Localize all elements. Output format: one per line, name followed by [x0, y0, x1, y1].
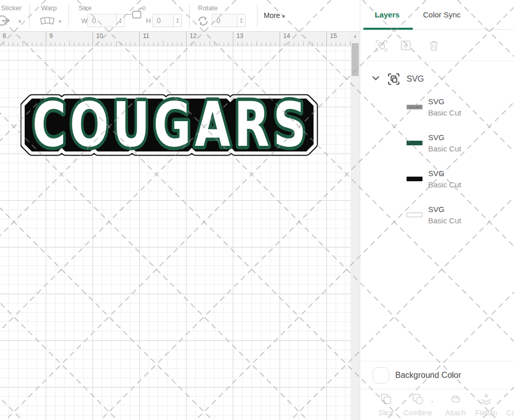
warp-label: Warp — [41, 4, 57, 12]
stepper-down-icon: ▼ — [176, 21, 179, 24]
design-app: Sticker ▾ Warp ▾ Size W ▲ ▼ — [0, 0, 514, 420]
warp-button[interactable] — [39, 16, 56, 28]
layer-subtitle: Basic Cut — [428, 215, 514, 226]
layer-row[interactable]: SVG Basic Cut — [360, 163, 514, 199]
warp-icon — [39, 16, 56, 26]
rotate-input[interactable] — [212, 14, 237, 27]
height-label: H — [146, 17, 151, 25]
contour-button[interactable]: Contour — [503, 392, 514, 417]
layer-subtitle: Basic Cut — [428, 179, 514, 190]
delete-button-icon[interactable] — [427, 39, 440, 52]
layer-list: COUGARS SVG Basic Cut SVG Basic Cut SVG … — [360, 91, 514, 235]
scroll-up-icon[interactable]: ▲ — [351, 34, 360, 39]
group-label: SVG — [407, 74, 424, 84]
ruler-number: 9 — [49, 32, 53, 40]
canvas-vertical-scrollbar[interactable]: ▲ — [351, 32, 360, 420]
layer-group-row[interactable]: SVG — [360, 61, 514, 91]
flatten-button[interactable]: Flatten — [470, 392, 503, 417]
combine-caret-icon: ▾ — [431, 399, 433, 404]
logo-text: COUGARS — [32, 93, 310, 160]
layer-title: SVG — [428, 168, 514, 179]
duplicate-button-icon[interactable] — [399, 39, 413, 52]
slice-icon — [379, 392, 393, 406]
size-label: Size — [79, 4, 91, 12]
sticker-caret-icon[interactable]: ▾ — [19, 18, 21, 24]
layer-thumbnail — [407, 213, 423, 217]
layer-subtitle: Basic Cut — [428, 107, 514, 119]
tab-color-sync[interactable]: Color Sync — [423, 10, 461, 19]
scrollbar-thumb[interactable] — [352, 43, 359, 76]
layer-tools-row — [360, 30, 514, 61]
toolbar-divider — [68, 4, 69, 27]
width-input[interactable] — [87, 14, 117, 27]
combine-label: Combine — [401, 409, 434, 417]
slice-label: Slice — [370, 409, 402, 417]
sticker-button[interactable] — [0, 14, 15, 27]
height-stepper[interactable]: ▲ ▼ — [174, 14, 182, 27]
more-button[interactable]: More▾ — [264, 11, 285, 20]
background-color-label: Background Color — [395, 371, 461, 380]
group-icon — [387, 72, 400, 86]
panel-tabs: Layers Color Sync — [360, 0, 514, 30]
background-color-row: Background Color — [360, 361, 514, 389]
group-button-icon[interactable] — [375, 39, 388, 52]
layer-row[interactable]: COUGARS SVG Basic Cut — [360, 91, 514, 127]
more-caret-icon: ▾ — [282, 13, 285, 19]
layer-row[interactable]: SVG Basic Cut — [360, 127, 514, 163]
ruler-number: 12 — [190, 32, 196, 40]
layer-subtitle: Basic Cut — [428, 143, 514, 155]
background-color-swatch[interactable] — [373, 367, 389, 384]
horizontal-ruler: 89101112131415 — [0, 32, 351, 46]
flatten-label: Flatten — [470, 409, 503, 417]
ruler-number: 15 — [330, 32, 337, 40]
sticker-offset-icon — [0, 14, 15, 27]
rotate-icon — [197, 15, 209, 27]
tab-layers[interactable]: Layers — [375, 10, 399, 19]
height-input[interactable] — [152, 14, 174, 27]
contour-label: Contour — [503, 409, 514, 417]
width-label: W — [81, 17, 87, 25]
toolbar-divider — [29, 4, 30, 27]
rotate-label: Rotate — [198, 4, 217, 12]
canvas-area: 89101112131415 COUGARS ▲ — [0, 32, 360, 420]
stepper-down-icon: ▼ — [119, 21, 122, 24]
flatten-icon — [480, 392, 493, 406]
combine-button[interactable]: ▾ Combine — [401, 392, 434, 417]
ruler-number: 10 — [96, 32, 103, 40]
slice-button[interactable]: Slice — [370, 392, 402, 417]
top-toolbar: Sticker ▾ Warp ▾ Size W ▲ ▼ — [0, 0, 360, 32]
layer-title: SVG — [428, 96, 514, 107]
chevron-down-icon[interactable] — [372, 75, 380, 81]
attach-label: Attach — [439, 409, 472, 417]
more-label: More — [264, 11, 280, 20]
layer-thumbnail — [407, 141, 423, 145]
layer-thumbnail: COUGARS — [407, 105, 423, 109]
rotate-stepper[interactable]: ▲ ▼ — [237, 14, 246, 27]
warp-caret-icon[interactable]: ▾ — [59, 18, 61, 24]
width-stepper[interactable]: ▲ ▼ — [117, 14, 125, 27]
layer-row[interactable]: SVG Basic Cut — [360, 199, 514, 235]
ruler-number: 8 — [3, 32, 6, 40]
layer-thumbnail — [407, 177, 423, 181]
attach-icon — [449, 392, 462, 406]
combine-icon — [411, 392, 425, 406]
cougars-logo-object[interactable]: COUGARS — [21, 93, 321, 160]
sticker-label: Sticker — [1, 4, 22, 12]
bottom-actions-bar: Slice ▾ Combine Attach — [360, 389, 514, 420]
toolbar-divider — [189, 4, 190, 27]
stepper-down-icon: ▼ — [240, 21, 243, 24]
toolbar-divider — [257, 4, 258, 27]
layers-panel: Layers Color Sync — [360, 0, 514, 420]
ruler-number: 11 — [143, 32, 149, 40]
design-canvas[interactable]: COUGARS — [0, 46, 351, 420]
ruler-number: 14 — [283, 32, 290, 40]
attach-button[interactable]: Attach — [439, 392, 472, 417]
ruler-number: 13 — [236, 32, 243, 40]
layer-title: SVG — [428, 204, 514, 215]
layer-title: SVG — [428, 132, 514, 143]
